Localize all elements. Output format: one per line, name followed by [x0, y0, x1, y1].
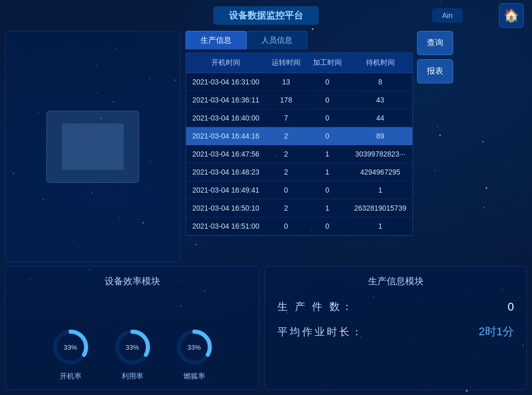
cell-standby: 8: [348, 73, 412, 91]
table-row[interactable]: 2021-03-04 16:50:10 2 1 2632819015739: [186, 199, 412, 217]
cell-run: 178: [265, 91, 307, 109]
gauge-startup-label: 开机率: [60, 372, 81, 381]
production-module: 生产信息模块 生 产 件 数： 0 平均作业时长： 2时1分: [264, 266, 527, 390]
bottom-section: 设备效率模块 33% 开机率: [5, 266, 527, 390]
cell-time: 2021-03-04 16:44:16: [186, 127, 265, 145]
cell-process: 1: [307, 163, 348, 181]
cell-standby: 4294967295: [348, 163, 412, 181]
gauge-fuel-label: 燃狐率: [184, 372, 205, 381]
production-count-label: 生 产 件 数：: [277, 300, 354, 314]
cell-process: 1: [307, 199, 348, 217]
cell-process: 0: [307, 217, 348, 235]
query-button[interactable]: 查询: [417, 31, 453, 55]
header: 设备数据监控平台 Ain 🏠: [0, 0, 532, 31]
cell-process: 0: [307, 181, 348, 199]
production-count-value: 0: [508, 300, 514, 314]
gauge-fuel-circle: 33%: [174, 327, 215, 368]
table-row[interactable]: 2021-03-04 16:47:56 2 1 30399782823···: [186, 145, 412, 163]
left-panel: [5, 31, 180, 262]
cell-standby: 2632819015739: [348, 199, 412, 217]
header-right-info: Ain: [432, 8, 463, 23]
cell-process: 0: [307, 127, 348, 145]
right-area: 生产信息 人员信息 开机时间 运转时间 加工时间: [186, 31, 453, 262]
col-header-time: 开机时间: [186, 53, 265, 73]
gauge-utilization: 33% 利用率: [112, 327, 153, 381]
home-button[interactable]: 🏠: [499, 3, 524, 28]
action-buttons: 查询 报表: [417, 31, 453, 83]
cell-time: 2021-03-04 16:31:00: [186, 73, 265, 91]
production-time-value: 2时1分: [479, 324, 514, 339]
production-time-row: 平均作业时长： 2时1分: [277, 324, 514, 339]
cell-process: 0: [307, 73, 348, 91]
gauge-startup-circle: 33%: [50, 327, 91, 368]
cell-standby: 43: [348, 91, 412, 109]
gauge-utilization-circle: 33%: [112, 327, 153, 368]
tab-personnel[interactable]: 人员信息: [246, 31, 307, 49]
table-row[interactable]: 2021-03-04 16:36:11 178 0 43: [186, 91, 412, 109]
cell-standby: 1: [348, 217, 412, 235]
table-row[interactable]: 2021-03-04 16:51:00 0 0 1: [186, 217, 412, 235]
production-time-label: 平均作业时长：: [277, 325, 364, 339]
production-module-title: 生产信息模块: [277, 275, 514, 287]
cell-process: 0: [307, 109, 348, 127]
home-icon: 🏠: [504, 8, 519, 23]
gauge-utilization-value: 33%: [125, 344, 139, 351]
cell-run: 7: [265, 109, 307, 127]
cell-time: 2021-03-04 16:47:56: [186, 145, 265, 163]
table-row[interactable]: 2021-03-04 16:44:16 2 0 89: [186, 127, 412, 145]
table-row[interactable]: 2021-03-04 16:48:23 2 1 4294967295: [186, 163, 412, 181]
report-button[interactable]: 报表: [417, 59, 453, 83]
col-header-run: 运转时间: [265, 53, 307, 73]
cell-run: 2: [265, 163, 307, 181]
device-image: [46, 111, 139, 183]
data-table: 开机时间 运转时间 加工时间 待机时间 2021-03-04 16:31:00 …: [186, 53, 413, 236]
gauge-startup: 33% 开机率: [50, 327, 91, 381]
cell-time: 2021-03-04 16:48:23: [186, 163, 265, 181]
gauge-fuel-value: 33%: [187, 344, 201, 351]
gauge-startup-value: 33%: [63, 344, 77, 351]
table-row[interactable]: 2021-03-04 16:49:41 0 0 1: [186, 181, 412, 199]
cell-process: 1: [307, 145, 348, 163]
col-header-standby: 待机时间: [348, 53, 412, 73]
gauges-row: 33% 开机率 33% 利用率: [50, 298, 215, 381]
cell-run: 2: [265, 199, 307, 217]
cell-time: 2021-03-04 16:50:10: [186, 199, 265, 217]
cell-run: 13: [265, 73, 307, 91]
right-panel: 生产信息 人员信息 开机时间 运转时间 加工时间: [186, 31, 413, 236]
table-header-row: 开机时间 运转时间 加工时间 待机时间: [186, 53, 412, 73]
cell-time: 2021-03-04 16:36:11: [186, 91, 265, 109]
cell-run: 2: [265, 127, 307, 145]
tabs-header: 生产信息 人员信息: [186, 31, 413, 49]
col-header-process: 加工时间: [307, 53, 348, 73]
cell-time: 2021-03-04 16:49:41: [186, 181, 265, 199]
gauge-utilization-label: 利用率: [122, 372, 143, 381]
cell-time: 2021-03-04 16:51:00: [186, 217, 265, 235]
cell-standby: 30399782823···: [348, 145, 412, 163]
main-content: 生产信息 人员信息 开机时间 运转时间 加工时间: [0, 31, 532, 262]
cell-run: 2: [265, 145, 307, 163]
table-row[interactable]: 2021-03-04 16:40:00 7 0 44: [186, 109, 412, 127]
cell-process: 0: [307, 91, 348, 109]
cell-time: 2021-03-04 16:40:00: [186, 109, 265, 127]
efficiency-title: 设备效率模块: [105, 275, 160, 287]
gauge-fuel: 33% 燃狐率: [174, 327, 215, 381]
header-title: 设备数据监控平台: [213, 6, 319, 25]
efficiency-module: 设备效率模块 33% 开机率: [5, 266, 259, 390]
device-image-inner: [62, 124, 124, 170]
tab-production[interactable]: 生产信息: [186, 31, 246, 49]
table-row[interactable]: 2021-03-04 16:31:00 13 0 8: [186, 73, 412, 91]
production-count-row: 生 产 件 数： 0: [277, 300, 514, 314]
cell-standby: 44: [348, 109, 412, 127]
cell-standby: 89: [348, 127, 412, 145]
cell-run: 0: [265, 217, 307, 235]
cell-standby: 1: [348, 181, 412, 199]
cell-run: 0: [265, 181, 307, 199]
